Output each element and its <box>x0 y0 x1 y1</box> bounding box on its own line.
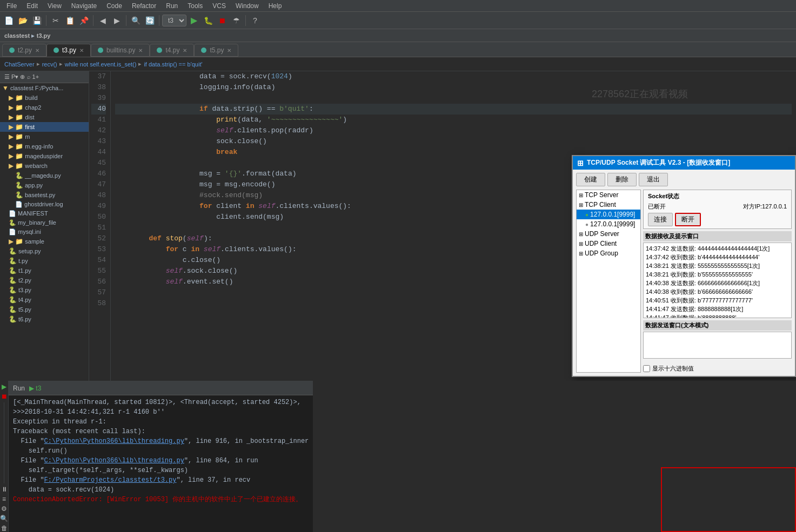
menu-code[interactable]: Code <box>102 1 126 11</box>
menu-vcs[interactable]: VCS <box>208 1 230 11</box>
help-btn[interactable]: ? <box>249 14 262 27</box>
tcp-udp-server[interactable]: ⊞ UDP Server <box>577 229 640 239</box>
breadcrumb-part4[interactable]: if data.strip() == b'quit' <box>144 61 202 68</box>
forward-btn[interactable]: ▶ <box>110 14 123 27</box>
tree-build[interactable]: ▶ 📁 build <box>0 93 89 103</box>
new-file-btn[interactable]: 📄 <box>2 14 15 27</box>
paste-btn[interactable]: 📌 <box>77 14 90 27</box>
tree-t1py[interactable]: 🐍 t1.py <box>0 266 89 275</box>
menu-navigate[interactable]: Navigate <box>67 1 101 11</box>
run-link-3[interactable]: F:/PycharmProjects/classtest/t3.py <box>44 476 177 484</box>
breadcrumb-part3[interactable]: while not self.event.is_set() <box>65 61 137 68</box>
run-pause-btn[interactable]: ⏸ <box>1 486 8 493</box>
tree-dist[interactable]: ▶ 📁 dist <box>0 112 89 122</box>
stop-btn[interactable]: ⏹ <box>216 14 229 27</box>
connect-btn[interactable]: 连接 <box>648 213 673 226</box>
menu-tools[interactable]: Tools <box>183 1 207 11</box>
cut-btn[interactable]: ✂ <box>49 14 62 27</box>
tcp-client-1[interactable]: ● 127.0.0.1[9999] <box>577 210 640 219</box>
tree-m[interactable]: ▶ 📁 m <box>0 132 89 142</box>
copy-btn[interactable]: 📋 <box>63 14 76 27</box>
hex-checkbox[interactable] <box>643 365 650 372</box>
tree-t2py[interactable]: 🐍 t2.py <box>0 275 89 285</box>
tree-tpy[interactable]: 🐍 t.py <box>0 256 89 266</box>
tcp-exit-btn[interactable]: 退出 <box>639 173 668 186</box>
run-btn[interactable]: ▶ <box>188 14 200 27</box>
run-stop-btn[interactable]: ⏹ <box>1 393 8 400</box>
breadcrumb-part1[interactable]: ChatServer <box>4 61 35 68</box>
tcp-dialog-title-text: TCP/UDP Socket 调试工具 V2.3 - [数据收发窗口] <box>587 158 730 167</box>
run-link-1[interactable]: C:\Python\Python366\lib\threading.py <box>44 437 184 445</box>
tab-t3py-close[interactable]: ✕ <box>79 48 84 53</box>
tree-megginfo[interactable]: ▶ 📁 m.egg-info <box>0 142 89 151</box>
tree-manifest[interactable]: 📄 MANIFEST <box>0 209 89 218</box>
breadcrumb: ChatServer ▸ recv() ▸ while not self.eve… <box>0 57 796 71</box>
tab-builtins-close[interactable]: ✕ <box>138 48 143 53</box>
tab-t4py-close[interactable]: ✕ <box>183 48 187 53</box>
tree-setuppy[interactable]: 🐍 setup.py <box>0 246 89 256</box>
tcp-tcp-client[interactable]: ⊞ TCP Client <box>577 200 640 210</box>
debug-btn[interactable]: 🐛 <box>202 14 215 27</box>
socket-remote-ip: 对方IP:127.0.0.1 <box>743 203 787 211</box>
tree-sample[interactable]: ▶ 📁 sample <box>0 237 89 246</box>
tcp-tcp-server[interactable]: ⊞ TCP Server <box>577 190 640 200</box>
menu-window[interactable]: Window <box>231 1 263 11</box>
send-input[interactable] <box>643 332 792 359</box>
tree-mysqlini[interactable]: 📄 mysql.ini <box>0 227 89 237</box>
run-panel-header: Run ▶ t3 <box>9 381 313 395</box>
open-btn[interactable]: 📂 <box>16 14 29 27</box>
tcp-dialog[interactable]: ⊞ TCP/UDP Socket 调试工具 V2.3 - [数据收发窗口] 创建… <box>572 155 796 377</box>
run-panel-config: ▶ t3 <box>29 385 41 392</box>
run-scroll-btn[interactable]: ≡ <box>1 495 8 503</box>
menu-refactor[interactable]: Refactor <box>128 1 160 11</box>
run-with-left: ▶ ⏹ ⏸ ≡ ⚙ 🔍 🗑 Run ▶ t3 [<_MainThread(Mai… <box>0 381 796 532</box>
tab-t5py-close[interactable]: ✕ <box>227 48 231 53</box>
run-config-dropdown[interactable]: t3 <box>162 15 186 26</box>
tcp-udp-client[interactable]: ⊞ UDP Client <box>577 239 640 248</box>
tcp-udp-group[interactable]: ⊞ UDP Group <box>577 248 640 258</box>
tab-builtins[interactable]: builtins.py ✕ <box>91 44 150 57</box>
socket-status-label: Socket状态 <box>648 192 787 200</box>
tab-t5py[interactable]: t5.py ✕ <box>194 44 238 57</box>
run-link-2[interactable]: C:\Python\Python366\lib\threading.py <box>44 457 184 464</box>
tree-magedu-py[interactable]: 🐍 __magedu.py <box>0 171 89 180</box>
tcp-dialog-title[interactable]: ⊞ TCP/UDP Socket 调试工具 V2.3 - [数据收发窗口] <box>573 156 795 170</box>
run-clear-btn[interactable]: 🗑 <box>1 524 8 532</box>
breadcrumb-part2[interactable]: recv() <box>42 61 57 68</box>
disconnect-btn[interactable]: 断开 <box>675 213 701 226</box>
replace-btn[interactable]: 🔄 <box>143 14 156 27</box>
tree-basetest-py[interactable]: 🐍 basetest.py <box>0 190 89 200</box>
tcp-create-btn[interactable]: 创建 <box>576 173 605 186</box>
run-rerun-btn[interactable]: ▶ <box>1 383 8 390</box>
tab-t4py[interactable]: t4.py ✕ <box>150 44 194 57</box>
tcp-client-2[interactable]: ● 127.0.0.1[9999] <box>577 219 640 229</box>
save-btn[interactable]: 💾 <box>30 14 43 27</box>
tab-t2py-close[interactable]: ✕ <box>35 48 39 53</box>
back-btn[interactable]: ◀ <box>96 14 109 27</box>
code-editor[interactable]: 2278562正在观看视频 37 38 39 40 41 42 43 44 45… <box>89 71 796 381</box>
tab-t3py[interactable]: t3.py ✕ <box>46 44 91 57</box>
run-settings-btn[interactable]: ⚙ <box>1 505 8 513</box>
tree-webarch[interactable]: ▶ 📁 webarch <box>0 161 89 171</box>
tree-t6py[interactable]: 🐍 t6.py <box>0 314 89 324</box>
tree-t4py[interactable]: 🐍 t4.py <box>0 295 89 305</box>
coverage-btn[interactable]: ☂ <box>230 14 243 27</box>
menu-edit[interactable]: Edit <box>22 1 42 11</box>
tree-mageduspider[interactable]: ▶ 📁 mageduspider <box>0 151 89 161</box>
run-filter-btn[interactable]: 🔍 <box>1 515 8 522</box>
tree-chap2[interactable]: ▶ 📁 chap2 <box>0 103 89 112</box>
tree-root[interactable]: ▼ classtest F:/Pycha... <box>0 83 89 93</box>
tcp-delete-btn[interactable]: 删除 <box>607 173 637 186</box>
menu-view[interactable]: View <box>43 1 66 11</box>
tree-mybinaryfile[interactable]: 🐍 my_binary_file <box>0 218 89 227</box>
tree-app-py[interactable]: 🐍 app.py <box>0 180 89 190</box>
menu-help[interactable]: Help <box>264 1 286 11</box>
tree-t3py[interactable]: 🐍 t3.py <box>0 285 89 295</box>
menu-file[interactable]: File <box>2 1 21 11</box>
tree-first[interactable]: ▶ 📁 first <box>0 122 89 132</box>
tree-ghostdriver[interactable]: 📄 ghostdriver.log <box>0 200 89 209</box>
tab-t2py[interactable]: t2.py ✕ <box>2 44 46 57</box>
menu-run[interactable]: Run <box>162 1 182 11</box>
find-btn[interactable]: 🔍 <box>129 14 142 27</box>
tree-t5py[interactable]: 🐍 t5.py <box>0 305 89 314</box>
